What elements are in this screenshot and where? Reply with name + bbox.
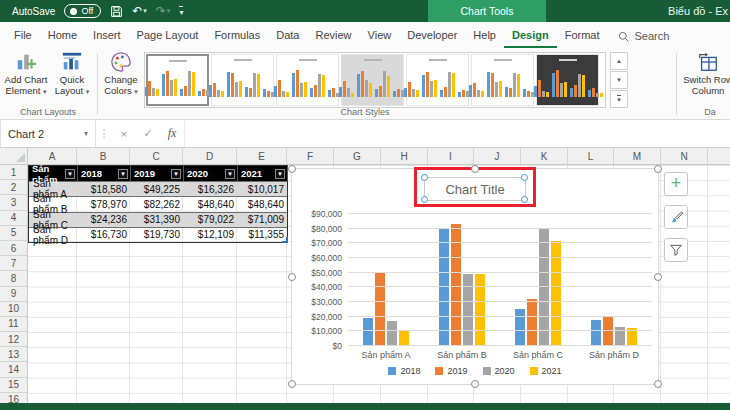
column-header-L[interactable]: L xyxy=(568,148,614,164)
chart-selection-handle[interactable] xyxy=(654,380,662,388)
confirm-entry-button[interactable]: ✓ xyxy=(136,120,160,147)
table-cell[interactable]: $12,109 xyxy=(184,228,238,242)
chart-styles-button[interactable] xyxy=(664,205,688,229)
row-header-4[interactable]: 4 xyxy=(0,211,27,226)
name-box[interactable]: Chart 2 ▾ xyxy=(0,120,96,147)
formula-input[interactable] xyxy=(184,120,730,147)
table-header-cell[interactable]: 2020▼ xyxy=(184,166,238,181)
save-button[interactable] xyxy=(110,5,123,18)
quick-layout-button[interactable]: Quick Layout ▾ xyxy=(50,51,94,97)
row-header-13[interactable]: 13 xyxy=(0,347,27,362)
bar-2021[interactable] xyxy=(399,330,409,345)
tab-design[interactable]: Design xyxy=(504,23,557,48)
title-selection-handle[interactable] xyxy=(421,196,428,203)
bar-2021[interactable] xyxy=(475,274,485,345)
table-cell[interactable]: $19,730 xyxy=(131,228,184,242)
column-header-H[interactable]: H xyxy=(381,148,428,164)
chart-selection-handle[interactable] xyxy=(471,165,479,173)
column-header-G[interactable]: G xyxy=(334,148,381,164)
column-header-I[interactable]: I xyxy=(428,148,474,164)
table-cell[interactable]: $48,640 xyxy=(184,197,238,211)
table-cell[interactable]: $79,022 xyxy=(184,213,238,227)
bar-2018[interactable] xyxy=(363,318,373,345)
column-header-F[interactable]: F xyxy=(287,148,334,164)
gallery-more-button[interactable]: ▾ xyxy=(610,90,628,108)
chart-selection-handle[interactable] xyxy=(654,273,662,281)
filter-dropdown-button[interactable]: ▼ xyxy=(275,169,285,179)
tab-developer[interactable]: Developer xyxy=(399,23,465,48)
chart-filters-button[interactable] xyxy=(664,238,688,262)
column-header-A[interactable]: A xyxy=(28,148,77,164)
row-header-10[interactable]: 10 xyxy=(0,302,27,317)
bar-2019[interactable] xyxy=(527,299,537,345)
chart-style-thumbnail-3[interactable] xyxy=(276,54,339,106)
tab-page-layout[interactable]: Page Layout xyxy=(129,23,207,48)
bar-2020[interactable] xyxy=(463,274,473,345)
legend-item-2019[interactable]: 2019 xyxy=(435,366,467,376)
chart-selection-handle[interactable] xyxy=(654,165,662,173)
bar-2018[interactable] xyxy=(591,320,601,345)
tab-data[interactable]: Data xyxy=(268,23,307,48)
table-cell[interactable]: $78,970 xyxy=(78,197,131,211)
row-header-12[interactable]: 12 xyxy=(0,332,27,347)
table-cell[interactable]: $31,390 xyxy=(131,213,184,227)
change-colors-button[interactable]: Change Colors ▾ xyxy=(100,51,142,97)
table-cell[interactable]: $11,355 xyxy=(238,228,288,242)
row-header-3[interactable]: 3 xyxy=(0,195,27,210)
chart-style-thumbnail-2[interactable] xyxy=(211,54,274,106)
table-cell[interactable]: $16,730 xyxy=(78,228,131,242)
tab-help[interactable]: Help xyxy=(465,23,504,48)
filter-dropdown-button[interactable]: ▼ xyxy=(118,169,128,179)
undo-button[interactable]: ↶ ▾ xyxy=(132,4,147,18)
legend-item-2021[interactable]: 2021 xyxy=(530,366,562,376)
legend-item-2018[interactable]: 2018 xyxy=(388,366,420,376)
gallery-scroll-up-button[interactable]: ▴ xyxy=(610,52,628,70)
row-header-9[interactable]: 9 xyxy=(0,287,27,302)
chart-style-thumbnail-7[interactable] xyxy=(536,54,599,106)
column-header-N[interactable]: N xyxy=(661,148,708,164)
row-header-8[interactable]: 8 xyxy=(0,271,27,286)
search-box[interactable]: Search xyxy=(618,30,670,48)
switch-row-column-button[interactable]: Switch Row Column xyxy=(682,51,730,97)
row-header-16[interactable]: 16 xyxy=(0,393,27,403)
tab-formulas[interactable]: Formulas xyxy=(206,23,268,48)
row-header-11[interactable]: 11 xyxy=(0,317,27,332)
table-cell[interactable]: $16,326 xyxy=(184,182,238,196)
chart-style-thumbnail-1[interactable] xyxy=(146,54,209,106)
table-cell[interactable]: $49,225 xyxy=(131,182,184,196)
bar-2019[interactable] xyxy=(375,273,385,345)
filter-dropdown-button[interactable]: ▼ xyxy=(225,169,235,179)
table-header-cell[interactable]: 2018▼ xyxy=(78,166,131,181)
table-cell[interactable]: $71,009 xyxy=(238,213,288,227)
column-header-K[interactable]: K xyxy=(521,148,568,164)
autosave-toggle[interactable]: Off xyxy=(64,4,101,18)
chart-selection-handle[interactable] xyxy=(288,380,296,388)
redo-button[interactable]: ↷ ▾ xyxy=(156,4,171,18)
title-selection-handle[interactable] xyxy=(521,174,528,181)
cancel-entry-button[interactable]: × xyxy=(112,120,136,147)
chart-selection-handle[interactable] xyxy=(288,165,296,173)
tab-view[interactable]: View xyxy=(360,23,400,48)
chart-object[interactable]: Chart Title Sản phẩm ASản phẩm BSản phẩm… xyxy=(291,168,659,385)
column-header-E[interactable]: E xyxy=(237,148,287,164)
chart-style-thumbnail-4[interactable] xyxy=(341,54,404,106)
column-header-B[interactable]: B xyxy=(77,148,130,164)
column-header-M[interactable]: M xyxy=(614,148,661,164)
bar-2020[interactable] xyxy=(387,321,397,345)
table-resize-handle[interactable] xyxy=(282,237,288,243)
add-chart-element-button[interactable]: Add Chart Element ▾ xyxy=(2,51,50,97)
filter-dropdown-button[interactable]: ▼ xyxy=(171,169,181,179)
gallery-scroll-down-button[interactable]: ▾ xyxy=(610,71,628,89)
title-selection-handle[interactable] xyxy=(521,196,528,203)
chart-style-thumbnail-5[interactable] xyxy=(406,54,469,106)
select-all-corner[interactable] xyxy=(0,148,28,165)
tab-home[interactable]: Home xyxy=(40,23,85,48)
table-cell[interactable]: $10,017 xyxy=(238,182,288,196)
chart-selection-handle[interactable] xyxy=(471,380,479,388)
table-cell[interactable]: $24,236 xyxy=(78,213,131,227)
tab-format[interactable]: Format xyxy=(557,23,608,48)
chart-elements-button[interactable]: + xyxy=(664,172,688,196)
column-header-J[interactable]: J xyxy=(474,148,521,164)
row-header-6[interactable]: 6 xyxy=(0,241,27,256)
table-header-cell[interactable]: 2021▼ xyxy=(238,166,288,181)
